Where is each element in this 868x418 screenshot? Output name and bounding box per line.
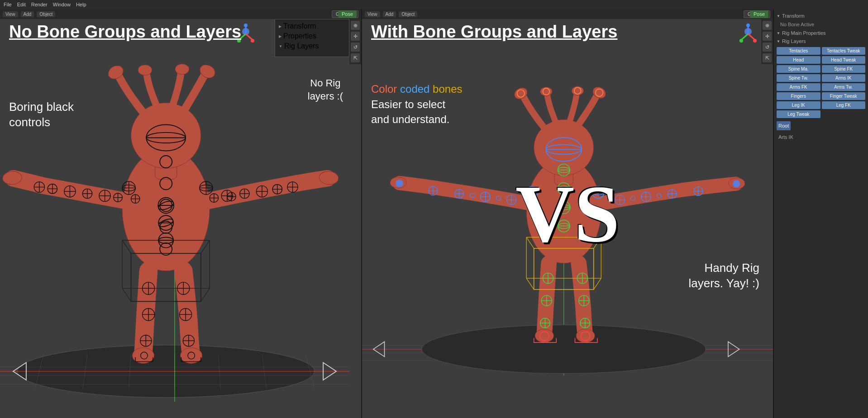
svg-line-231 xyxy=(748,34,755,40)
layer-btn-tentacles-tweak[interactable]: Tentacles Tweak xyxy=(822,47,866,55)
svg-line-122 xyxy=(246,34,253,40)
nav-object-btn-right[interactable]: Object xyxy=(399,11,417,17)
side-tools-left: ⊕ ✛ ↺ ⇱ xyxy=(349,19,361,64)
scale-tool-left[interactable]: ⇱ xyxy=(351,53,360,62)
transform-label-left: Transform xyxy=(283,22,316,30)
layer-btn-spine-fk[interactable]: Spine FK xyxy=(822,65,866,73)
pose-btn-left[interactable]: Pose xyxy=(338,10,357,18)
layer-btn-arms-ik[interactable]: Arms IK xyxy=(822,74,866,82)
layer-btn-leg-tweak[interactable]: Leg Tweak xyxy=(777,110,820,118)
transform-panel-left: Transform Properties Rig Layers xyxy=(275,19,349,57)
svg-line-230 xyxy=(741,34,748,40)
svg-line-147 xyxy=(526,278,534,290)
move-tool-left[interactable]: ✛ xyxy=(351,32,360,41)
layer-btn-finger-tweak[interactable]: Finger Tweak xyxy=(822,92,866,100)
character-right xyxy=(362,19,773,418)
svg-line-148 xyxy=(594,278,601,290)
layer-btn-head[interactable]: Head xyxy=(777,56,820,64)
svg-point-183 xyxy=(396,180,403,187)
coded-word: coded xyxy=(400,83,429,95)
side-tools-right: ⊕ ✛ ↺ ⇱ xyxy=(761,19,773,64)
no-rig-annotation: No Riglayers :( xyxy=(308,77,343,103)
toolbar-window[interactable]: Window xyxy=(53,2,71,7)
axis-gizmo-right xyxy=(737,23,759,47)
cursor-tool-right[interactable]: ⊕ xyxy=(763,21,772,30)
rig-main-props-label: Rig Main Properties xyxy=(782,30,826,36)
right-viewport-title: With Bone Groups and Layers xyxy=(371,23,617,42)
svg-line-28 xyxy=(201,288,210,301)
rig-layers-header[interactable]: Rig Layers xyxy=(777,37,865,45)
nav-view-btn-left[interactable]: View xyxy=(3,11,18,17)
move-tool-right[interactable]: ✛ xyxy=(763,32,772,41)
rig-layers-row-left[interactable]: Rig Layers xyxy=(277,41,347,51)
arts-ik-label: Arts IK xyxy=(777,132,865,142)
nav-right-left: Global Local Pose xyxy=(332,10,358,18)
viewport-right-nav: View Add Object Global Pose xyxy=(362,9,773,19)
boring-controls-annotation: Boring blackcontrols xyxy=(9,100,74,130)
svg-point-132 xyxy=(422,325,706,373)
layer-btn-spine-tw[interactable]: Spine Tw. xyxy=(777,74,820,82)
layer-btn-head-tweak[interactable]: Head Tweak xyxy=(822,56,866,64)
color-coded-annotation: Color coded bones Easier to selectand un… xyxy=(371,81,462,127)
nav-add-btn-right[interactable]: Add xyxy=(383,11,396,17)
svg-point-235 xyxy=(746,24,750,27)
transform-section-label: Transform xyxy=(782,13,805,19)
svg-point-125 xyxy=(251,39,254,43)
nav-add-btn-left[interactable]: Add xyxy=(21,11,34,17)
toolbar-file[interactable]: File xyxy=(4,2,12,7)
nav-object-btn-left[interactable]: Object xyxy=(37,11,55,17)
svg-line-27 xyxy=(122,288,131,301)
pose-btn-right[interactable]: Pose xyxy=(750,10,768,18)
transform-row-left[interactable]: Transform xyxy=(277,21,347,31)
color-word: Color xyxy=(371,83,397,95)
right-properties-panel: Transform No Bone Active Rig Main Proper… xyxy=(773,9,868,418)
svg-point-19 xyxy=(175,64,189,74)
layer-btn-leg-ik[interactable]: Leg IK xyxy=(777,101,820,109)
svg-point-234 xyxy=(753,39,757,43)
bones-word: bones xyxy=(433,83,462,95)
viewports-container: View Add Object Global Local Pose No Bon… xyxy=(0,9,868,418)
toolbar-edit[interactable]: Edit xyxy=(17,2,26,7)
transform-section-header[interactable]: Transform xyxy=(777,12,865,20)
rotate-tool-left[interactable]: ↺ xyxy=(351,43,360,52)
layer-buttons-grid: Tentacles Tentacles Tweak Head Head Twea… xyxy=(777,47,865,118)
svg-point-23 xyxy=(181,348,202,364)
viewport-left-nav: View Add Object Global Local Pose xyxy=(0,9,361,19)
nav-right-right: Global Pose xyxy=(744,10,770,18)
cursor-tool-left[interactable]: ⊕ xyxy=(351,21,360,30)
rotate-tool-right[interactable]: ↺ xyxy=(763,43,772,52)
nav-view-btn-right[interactable]: View xyxy=(365,11,380,17)
svg-point-233 xyxy=(739,39,743,43)
rig-layers-label-left: Rig Layers xyxy=(284,42,319,50)
viewport-right: VS View Add Object Global Pose With Bone… xyxy=(362,9,773,418)
layer-btn-arms-tw[interactable]: Arms Tw. xyxy=(822,83,866,91)
svg-point-126 xyxy=(244,24,248,27)
handy-rig-annotation: Handy Riglayers. Yay! :) xyxy=(688,261,759,291)
root-button[interactable]: Root xyxy=(777,121,791,130)
left-viewport-title: No Bone Groups and Layers xyxy=(9,23,241,42)
no-bone-active-text: No Bone Active xyxy=(777,20,865,29)
svg-point-196 xyxy=(733,180,740,188)
toolbar-render[interactable]: Render xyxy=(31,2,48,7)
no-rig-layers-text xyxy=(277,51,347,55)
scale-tool-right[interactable]: ⇱ xyxy=(763,53,772,62)
toolbar-help[interactable]: Help xyxy=(76,2,86,7)
right-panel-content: Transform No Bone Active Rig Main Proper… xyxy=(774,9,868,145)
layer-btn-tentacles[interactable]: Tentacles xyxy=(777,47,820,55)
rig-layers-label: Rig Layers xyxy=(782,38,806,44)
top-toolbar: File Edit Render Window Help xyxy=(0,0,868,9)
viewport-left: View Add Object Global Local Pose No Bon… xyxy=(0,9,362,418)
layer-btn-fingers[interactable]: Fingers xyxy=(777,92,820,100)
character-left xyxy=(0,19,349,418)
properties-row-left[interactable]: Properties xyxy=(277,31,347,41)
layer-btn-arms-fk[interactable]: Arms FK xyxy=(777,83,820,91)
svg-point-18 xyxy=(138,65,152,75)
rig-main-props-header[interactable]: Rig Main Properties xyxy=(777,29,865,37)
properties-label-left: Properties xyxy=(283,32,316,40)
layer-btn-spine-ma[interactable]: Spine Ma. xyxy=(777,65,820,73)
layer-btn-leg-fk[interactable]: Leg FK xyxy=(822,101,866,109)
